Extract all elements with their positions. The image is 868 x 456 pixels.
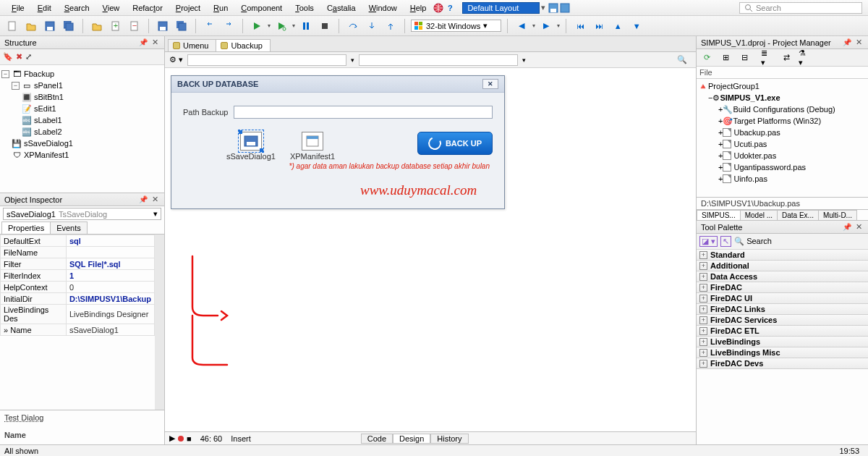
- tree-panel[interactable]: sPanel1: [34, 80, 63, 91]
- palette-cat[interactable]: +FireDAC ETL: [697, 326, 868, 337]
- pin-icon[interactable]: 📌: [136, 195, 150, 203]
- prop-val[interactable]: sql: [66, 235, 154, 247]
- close-icon[interactable]: ✕: [482, 79, 498, 89]
- open-project-icon[interactable]: [89, 18, 105, 34]
- globe-icon[interactable]: [433, 3, 443, 13]
- step-out-icon[interactable]: [383, 18, 399, 34]
- menu-help[interactable]: Help: [404, 2, 433, 14]
- palette-cat[interactable]: +FireDAC Links: [697, 304, 868, 315]
- class-dropdown[interactable]: [187, 54, 346, 66]
- palette-cat[interactable]: +FireDAC: [697, 282, 868, 293]
- structure-sort-icon[interactable]: ✖: [16, 52, 22, 62]
- close-icon[interactable]: ✕: [854, 222, 864, 232]
- pin-icon[interactable]: 📌: [840, 38, 854, 46]
- nav-prev-icon[interactable]: ⏮: [572, 18, 588, 34]
- refresh-icon[interactable]: ⟳: [699, 51, 714, 64]
- menu-tools[interactable]: Tools: [289, 2, 320, 14]
- menu-window[interactable]: Window: [363, 2, 403, 14]
- save-all-icon[interactable]: [61, 18, 77, 34]
- list-icon[interactable]: ≣ ▾: [760, 51, 775, 64]
- structure-tree[interactable]: −🗔Fbackup −▭sPanel1 🔳sBitBtn1 📝sEdit1 🔤s…: [0, 65, 164, 193]
- tree-item[interactable]: sSaveDialog1: [24, 138, 73, 149]
- prop-key[interactable]: DefaultExt: [1, 235, 67, 247]
- close-icon[interactable]: ✕: [854, 38, 864, 47]
- tree-item[interactable]: ProjectGroup1: [708, 80, 760, 92]
- tree-item[interactable]: Target Platforms (Win32): [733, 115, 821, 127]
- comp-ssavedialog[interactable]: sSaveDialog1: [226, 132, 276, 161]
- structure-filter-icon[interactable]: 🔖: [3, 52, 13, 62]
- prop-val[interactable]: 0: [66, 282, 154, 293]
- test-dialog-link[interactable]: Test Dialog: [4, 413, 160, 422]
- stop-icon[interactable]: [317, 18, 333, 34]
- palette-search[interactable]: 🔍 Search: [734, 237, 772, 246]
- help-icon[interactable]: ?: [445, 3, 455, 13]
- tree-item[interactable]: Ubackup.pas: [733, 127, 780, 138]
- palette-cat[interactable]: +FireDAC Devs: [697, 358, 868, 369]
- nav-down-icon[interactable]: ▼: [629, 18, 644, 34]
- menu-view[interactable]: View: [97, 2, 126, 14]
- method-dropdown[interactable]: [359, 54, 518, 66]
- search-icon[interactable]: 🔍: [677, 55, 692, 64]
- prop-key[interactable]: FilterIndex: [1, 270, 67, 282]
- tree-item[interactable]: sLabel2: [34, 126, 62, 138]
- saveall2-icon[interactable]: [174, 18, 190, 34]
- filter-icon[interactable]: ⚗ ▾: [798, 51, 812, 64]
- palette-cat-icon[interactable]: ◪ ▾: [699, 236, 718, 247]
- menu-edit[interactable]: Edit: [32, 2, 57, 14]
- prop-val[interactable]: 1: [66, 270, 154, 282]
- save-icon[interactable]: [42, 18, 58, 34]
- palette-cat[interactable]: +LiveBindings: [697, 337, 868, 347]
- pin-icon[interactable]: 📌: [136, 38, 150, 46]
- proj-tab[interactable]: SIMPUS...: [697, 210, 741, 220]
- collapse-icon[interactable]: ⊟: [737, 51, 752, 64]
- tab-history[interactable]: History: [430, 434, 468, 444]
- menu-castalia[interactable]: Castalia: [321, 2, 362, 14]
- tree-item[interactable]: sEdit1: [34, 103, 56, 114]
- tree-item[interactable]: sLabel1: [34, 114, 62, 126]
- property-grid[interactable]: DefaultExtsql FileName FilterSQL File|*.…: [0, 235, 164, 410]
- prop-key[interactable]: FileName: [1, 247, 67, 258]
- prop-val[interactable]: SQL File|*.sql: [66, 258, 154, 270]
- tree-item[interactable]: Uinfo.pas: [733, 173, 767, 185]
- prop-key[interactable]: LiveBindings Des: [1, 305, 67, 324]
- menu-file[interactable]: File: [6, 2, 30, 14]
- layout-settings-icon[interactable]: [560, 3, 570, 13]
- palette-cat[interactable]: +Data Access: [697, 271, 868, 282]
- prop-key[interactable]: Filter: [1, 258, 67, 270]
- prop-val[interactable]: LiveBindings Designer: [66, 305, 154, 324]
- menu-refactor[interactable]: Refactor: [127, 2, 169, 14]
- structure-expand-icon[interactable]: ⤢: [25, 52, 32, 62]
- gear-icon[interactable]: ⚙ ▾: [169, 55, 183, 64]
- tree-item[interactable]: Ucuti.pas: [733, 138, 767, 150]
- tab-ubackup[interactable]: Ubackup: [216, 39, 270, 51]
- menu-project[interactable]: Project: [170, 2, 206, 14]
- tree-item[interactable]: Build Configurations (Debug): [733, 104, 835, 115]
- open-icon[interactable]: [23, 18, 39, 34]
- palette-categories[interactable]: +Standard +Additional +Data Access +Fire…: [697, 250, 868, 444]
- proj-tab[interactable]: Data Ex...: [777, 210, 819, 220]
- step-into-icon[interactable]: [364, 18, 380, 34]
- new-icon[interactable]: [4, 18, 20, 34]
- comp-xpmanifest[interactable]: XPManifest1: [290, 132, 335, 161]
- tree-item[interactable]: Udokter.pas: [733, 150, 776, 161]
- pause-icon[interactable]: [298, 18, 314, 34]
- platform-dropdown[interactable]: 32-bit Windows ▾: [411, 20, 501, 32]
- expand-icon[interactable]: ⊞: [718, 51, 733, 64]
- tree-item[interactable]: XPManifest1: [24, 149, 69, 161]
- tree-item[interactable]: SIMPUS_V1.exe: [720, 92, 780, 104]
- project-tree[interactable]: 🔺ProjectGroup1 −⚙ SIMPUS_V1.exe +🔧Build …: [697, 79, 868, 198]
- tree-item[interactable]: sBitBtn1: [34, 91, 64, 103]
- run-nobdebug-icon[interactable]: [273, 18, 289, 34]
- proj-tab[interactable]: Model ...: [740, 210, 778, 220]
- nav-up-icon[interactable]: ▲: [610, 18, 626, 34]
- design-canvas[interactable]: BACK UP DATABASE ✕ Path Backup sSaveDial…: [165, 68, 696, 431]
- save-layout-icon[interactable]: [548, 3, 558, 13]
- prop-val[interactable]: [66, 247, 154, 258]
- form-titlebar[interactable]: BACK UP DATABASE ✕: [171, 76, 504, 93]
- tree-root[interactable]: Fbackup: [24, 68, 54, 80]
- palette-cat[interactable]: +FireDAC UI: [697, 293, 868, 304]
- nav-next-icon[interactable]: ⏭: [591, 18, 607, 34]
- redo-icon[interactable]: [221, 18, 237, 34]
- palette-cat[interactable]: +Additional: [697, 261, 868, 271]
- back-icon[interactable]: ◀: [514, 18, 529, 34]
